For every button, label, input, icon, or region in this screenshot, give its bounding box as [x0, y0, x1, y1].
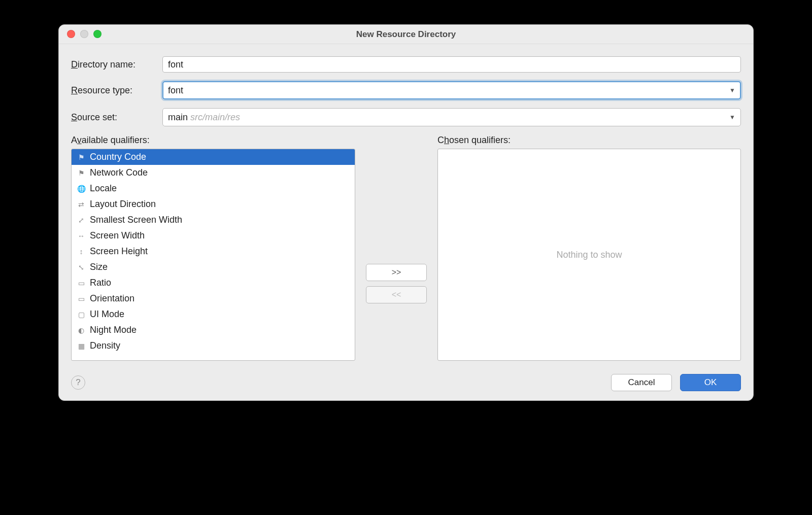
qualifier-item[interactable]: ▭Ratio — [72, 275, 355, 291]
available-qualifiers-list[interactable]: ⚑Country Code⚑Network Code🌐Locale⇄Layout… — [71, 149, 355, 361]
chevron-down-icon: ▼ — [729, 114, 735, 121]
qualifier-item[interactable]: ⚑Network Code — [72, 165, 355, 181]
moon-icon: ◐ — [77, 326, 86, 335]
qualifier-item[interactable]: ↕Screen Height — [72, 244, 355, 259]
add-qualifier-button[interactable]: >> — [366, 264, 427, 281]
qualifier-item[interactable]: ▭Orientation — [72, 291, 355, 306]
chevron-down-icon: ▼ — [729, 87, 735, 94]
qualifier-item[interactable]: ↔Screen Width — [72, 228, 355, 244]
source-set-label: Source set: — [71, 112, 162, 123]
available-qualifiers-label: Available qualifiers: — [71, 135, 355, 146]
globe-icon: 🌐 — [77, 184, 86, 193]
qualifier-item-label: UI Mode — [90, 309, 124, 320]
qualifier-item[interactable]: ▢UI Mode — [72, 306, 355, 322]
qualifier-item-label: Night Mode — [90, 325, 137, 335]
chosen-qualifiers-label: Chosen qualifiers: — [437, 135, 741, 146]
remove-qualifier-button[interactable]: << — [366, 286, 427, 303]
globe-flag-icon: ⚑ — [77, 153, 86, 162]
qualifier-item-label: Network Code — [90, 167, 148, 178]
qualifier-item[interactable]: ◐Night Mode — [72, 322, 355, 338]
height-icon: ↕ — [77, 247, 86, 256]
qualifier-item-label: Country Code — [90, 152, 146, 162]
help-button[interactable]: ? — [71, 375, 85, 390]
qualifier-item-label: Orientation — [90, 293, 134, 304]
titlebar: New Resource Directory — [59, 25, 753, 44]
direction-icon: ⇄ — [77, 200, 86, 209]
ok-button[interactable]: OK — [680, 374, 741, 391]
qualifier-item-label: Size — [90, 262, 108, 272]
resource-type-combo[interactable]: font ▼ — [162, 81, 741, 99]
source-set-value: main src/main/res — [168, 112, 240, 123]
directory-name-input[interactable] — [162, 56, 741, 73]
qualifier-item[interactable]: ▦Density — [72, 338, 355, 354]
qualifier-item-label: Smallest Screen Width — [90, 215, 182, 225]
qualifier-item-label: Density — [90, 340, 120, 351]
qualifier-item[interactable]: ⇄Layout Direction — [72, 196, 355, 212]
dialog-window: New Resource Directory Directory name: R… — [58, 24, 754, 401]
qualifier-item-label: Screen Width — [90, 230, 145, 241]
qualifier-item[interactable]: ⚑Country Code — [72, 149, 355, 165]
qualifier-item[interactable]: 🌐Locale — [72, 181, 355, 196]
qualifier-item[interactable]: ⤢Smallest Screen Width — [72, 212, 355, 228]
resize-icon: ⤡ — [77, 263, 86, 272]
density-icon: ▦ — [77, 341, 86, 351]
window-title: New Resource Directory — [59, 29, 753, 40]
qualifier-item-label: Locale — [90, 183, 117, 194]
globe-flag-icon: ⚑ — [77, 168, 86, 178]
qualifier-item-label: Layout Direction — [90, 199, 156, 210]
resource-type-value: font — [168, 85, 183, 96]
orientation-icon: ▭ — [77, 294, 86, 303]
ratio-icon: ▭ — [77, 279, 86, 288]
chosen-qualifiers-empty: Nothing to show — [438, 149, 740, 360]
width-icon: ↔ — [77, 231, 86, 241]
minimize-window-button[interactable] — [80, 30, 88, 38]
qualifier-item-label: Ratio — [90, 278, 111, 288]
resource-type-label: Resource type: — [71, 85, 162, 96]
directory-name-label: Directory name: — [71, 59, 162, 70]
device-icon: ▢ — [77, 310, 86, 319]
window-controls — [67, 30, 101, 38]
qualifier-item[interactable]: ⤡Size — [72, 259, 355, 275]
close-window-button[interactable] — [67, 30, 75, 38]
qualifier-item-label: Screen Height — [90, 246, 148, 257]
cancel-button[interactable]: Cancel — [611, 374, 672, 391]
expand-icon: ⤢ — [77, 216, 86, 225]
source-set-combo[interactable]: main src/main/res ▼ — [162, 108, 741, 126]
zoom-window-button[interactable] — [93, 30, 101, 38]
chosen-qualifiers-list[interactable]: Nothing to show — [437, 149, 741, 361]
